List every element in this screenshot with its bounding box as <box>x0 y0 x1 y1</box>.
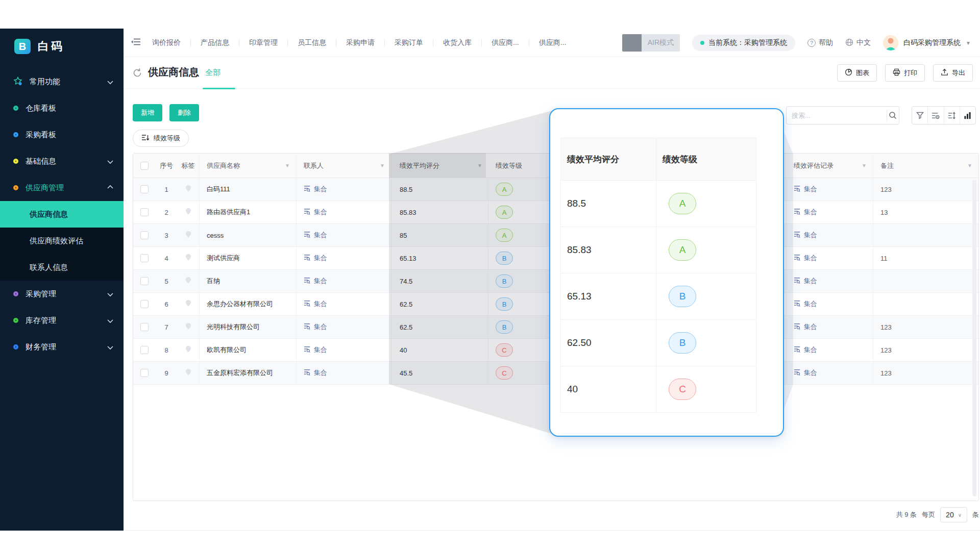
logo[interactable]: B 白码 <box>0 29 124 57</box>
module-tab[interactable]: 询价报价 <box>152 38 181 47</box>
sidebar-subitem[interactable]: 联系人信息 <box>0 254 124 281</box>
help-button[interactable]: ? 帮助 <box>807 38 833 47</box>
sidebar-subitem[interactable]: 供应商信息 <box>0 201 124 228</box>
language-button[interactable]: 中文 <box>845 38 871 48</box>
filter-icon[interactable] <box>912 107 927 124</box>
column-header[interactable]: 绩效平均评分 ▼ <box>391 154 488 178</box>
column-header[interactable]: 标签 <box>177 154 200 178</box>
sort-caret-icon[interactable]: ▼ <box>862 163 867 168</box>
module-tab[interactable]: 供应商... <box>519 38 567 47</box>
search-icon[interactable] <box>887 107 899 124</box>
chevron-down-icon <box>107 184 113 192</box>
column-header[interactable]: 序号 <box>156 154 177 178</box>
supplier-name: 测试供应商 <box>200 247 297 269</box>
print-button[interactable]: 打印 <box>885 64 925 82</box>
sidebar-item[interactable]: 常用功能 <box>0 68 124 95</box>
record-collection-link[interactable]: 集合 <box>794 231 817 240</box>
total-count: 共 9 条 <box>896 510 917 519</box>
row-checkbox[interactable] <box>140 369 149 377</box>
contact-collection-link[interactable]: 集合 <box>304 322 327 332</box>
column-settings-icon[interactable] <box>927 107 943 124</box>
vertical-scrollbar[interactable] <box>972 180 976 496</box>
sidebar-subitem[interactable]: 供应商绩效评估 <box>0 228 124 254</box>
column-header[interactable]: 绩效评估记录 ▼ <box>787 154 873 178</box>
record-collection-link[interactable]: 集合 <box>794 368 817 378</box>
sort-caret-icon[interactable]: ▼ <box>380 163 385 168</box>
refresh-icon[interactable] <box>132 67 143 81</box>
delete-button[interactable]: 删除 <box>169 104 199 121</box>
performance-score: 40 <box>391 339 488 361</box>
module-tab[interactable]: 产品信息 <box>181 38 229 47</box>
column-header[interactable]: 备注 ▼ <box>873 154 978 178</box>
stats-icon[interactable] <box>960 107 975 124</box>
grade-badge: B <box>496 297 513 311</box>
contact-collection-link[interactable]: 集合 <box>304 277 327 286</box>
collapse-menu-icon[interactable] <box>131 37 141 48</box>
row-checkbox[interactable] <box>140 254 149 262</box>
select-all-cell <box>133 154 156 178</box>
module-tab[interactable]: 采购订单 <box>375 38 423 47</box>
grade-filter-chip[interactable]: 绩效等级 <box>133 130 189 147</box>
ring-icon <box>13 318 18 323</box>
module-tab[interactable]: 采购申请 <box>326 38 375 47</box>
contact-collection-link[interactable]: 集合 <box>304 299 327 309</box>
export-button[interactable]: 导出 <box>933 64 973 82</box>
air-mode-toggle[interactable]: AIR模式 <box>622 34 680 52</box>
module-tab[interactable]: 印章管理 <box>229 38 278 47</box>
record-collection-link[interactable]: 集合 <box>794 345 817 355</box>
row-checkbox[interactable] <box>140 277 149 285</box>
search-input[interactable] <box>787 112 887 119</box>
row-checkbox[interactable] <box>140 208 149 216</box>
column-header[interactable]: 供应商名称 ▼ <box>200 154 297 178</box>
row-checkbox[interactable] <box>140 323 149 331</box>
user-menu[interactable]: 白码采购管理系统 ▼ <box>883 35 971 51</box>
contact-collection-link[interactable]: 集合 <box>304 254 327 263</box>
record-collection-link[interactable]: 集合 <box>794 254 817 263</box>
sidebar-item[interactable]: 采购看板 <box>0 121 124 148</box>
contact-collection-link[interactable]: 集合 <box>304 368 327 378</box>
record-collection-link[interactable]: 集合 <box>794 185 817 194</box>
row-height-icon[interactable] <box>944 107 960 124</box>
sort-caret-icon[interactable]: ▼ <box>477 163 482 168</box>
row-checkbox[interactable] <box>140 185 149 193</box>
sidebar-item[interactable]: 供应商管理 <box>0 174 124 201</box>
row-checkbox[interactable] <box>140 231 149 239</box>
contact-collection-link[interactable]: 集合 <box>304 231 327 240</box>
printer-icon <box>893 68 900 78</box>
select-all-checkbox[interactable] <box>140 162 149 170</box>
popup-grade-badge: A <box>669 239 696 261</box>
column-header[interactable]: 联系人 ▼ <box>297 154 391 178</box>
row-checkbox[interactable] <box>140 300 149 308</box>
tab-all[interactable]: 全部 <box>205 68 220 78</box>
record-collection-link[interactable]: 集合 <box>794 208 817 217</box>
page-size-select[interactable]: 20 ∨ <box>940 507 967 522</box>
sidebar-item[interactable]: 采购管理 <box>0 281 124 307</box>
sidebar-item-label: 仓库看板 <box>26 104 56 113</box>
chevron-down-icon <box>107 316 113 325</box>
record-collection-link[interactable]: 集合 <box>794 299 817 309</box>
popup-score: 62.50 <box>560 320 656 366</box>
sidebar-item[interactable]: 基础信息 <box>0 148 124 174</box>
row-number: 8 <box>156 339 177 361</box>
chart-button[interactable]: 图表 <box>837 64 877 82</box>
add-button[interactable]: 新增 <box>133 104 162 121</box>
row-number: 3 <box>156 224 177 246</box>
contact-collection-link[interactable]: 集合 <box>304 345 327 355</box>
supplier-name: 白码111 <box>200 178 297 201</box>
module-tab[interactable]: 员工信息 <box>278 38 326 47</box>
row-checkbox[interactable] <box>140 346 149 354</box>
record-collection-link[interactable]: 集合 <box>794 277 817 286</box>
contact-collection-link[interactable]: 集合 <box>304 208 327 217</box>
sidebar-item[interactable]: 仓库看板 <box>0 95 124 121</box>
sidebar-item[interactable]: 库存管理 <box>0 307 124 334</box>
sidebar-item[interactable]: 财务管理 <box>0 334 124 360</box>
sort-caret-icon[interactable]: ▼ <box>967 163 972 168</box>
sort-caret-icon[interactable]: ▼ <box>285 163 290 168</box>
tag-icon <box>185 345 192 355</box>
collection-icon <box>304 300 311 308</box>
contact-collection-link[interactable]: 集合 <box>304 185 327 194</box>
record-collection-link[interactable]: 集合 <box>794 322 817 332</box>
module-tab[interactable]: 供应商... <box>472 38 519 47</box>
module-tab[interactable]: 收货入库 <box>423 38 472 47</box>
tag-icon <box>185 299 192 309</box>
